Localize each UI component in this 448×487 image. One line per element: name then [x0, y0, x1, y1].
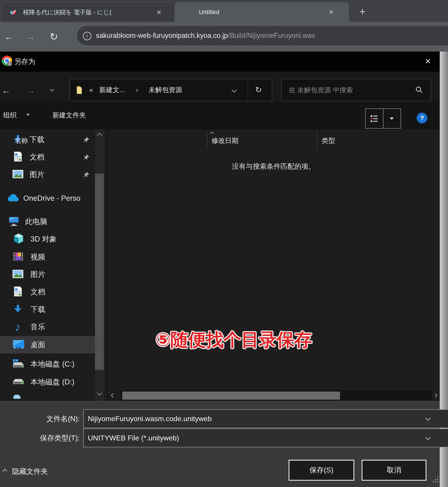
breadcrumb-divider: [248, 79, 248, 101]
sidebar-item-partial[interactable]: [0, 393, 95, 401]
desktop-icon: [13, 340, 24, 350]
search-icon: [415, 86, 423, 95]
sidebar-item-label: OneDrive - Perso: [23, 190, 94, 207]
dialog-close-icon[interactable]: ×: [421, 52, 435, 72]
sidebar-item-label: 音乐: [31, 318, 45, 335]
breadcrumb-separator-icon: ›: [136, 79, 138, 101]
filename-label: 文件名(N):: [0, 409, 80, 428]
search-box[interactable]: [281, 79, 431, 101]
sidebar-item-videos[interactable]: 视频: [0, 248, 95, 266]
breadcrumb[interactable]: « 新建文... › 未解包资源 ↻: [69, 79, 272, 101]
hide-folders-button[interactable]: 隐藏文件夹: [12, 465, 48, 477]
sidebar-item-label: 此电脑: [25, 213, 47, 230]
resize-grip[interactable]: [433, 477, 439, 483]
pin-icon[interactable]: [83, 154, 90, 161]
hscroll-right-icon[interactable]: [433, 393, 438, 398]
column-header-type[interactable]: 类型: [322, 136, 335, 145]
site-info-icon[interactable]: i: [83, 32, 91, 40]
breadcrumb-ellipsis-icon[interactable]: «: [89, 79, 93, 101]
sidebar-item-documents[interactable]: 文档: [0, 283, 95, 301]
breadcrumb-parent[interactable]: 新建文...: [99, 79, 125, 101]
sidebar-item-local-disk-d[interactable]: 本地磁盘 (D:): [0, 373, 95, 391]
videos-icon: [13, 252, 23, 262]
pictures-icon: [13, 170, 23, 179]
cube-3d-icon: [13, 233, 24, 245]
hscrollbar-thumb[interactable]: [122, 391, 340, 400]
column-header-date[interactable]: 修改日期: [211, 136, 238, 145]
view-mode-group: [365, 108, 401, 128]
sidebar-item-label: 图片: [31, 266, 45, 283]
tab-close-icon[interactable]: ×: [329, 2, 334, 22]
organize-chevron-icon: [26, 114, 30, 116]
browser-back-icon[interactable]: ←: [4, 22, 13, 52]
browser-forward-icon[interactable]: →: [26, 22, 35, 52]
url-text[interactable]: sakurabloom-web-furuyonipatch.kyoa.co.jp…: [96, 26, 445, 45]
tab-untitled[interactable]: Untitled ×: [175, 2, 349, 22]
sidebar-item-downloads-quick[interactable]: 下载: [0, 131, 95, 148]
sidebar-item-downloads[interactable]: 下载: [0, 301, 95, 318]
cancel-button[interactable]: 取消: [361, 460, 426, 481]
column-divider[interactable]: [207, 130, 208, 150]
pin-icon[interactable]: [83, 171, 90, 179]
organize-button[interactable]: 组织: [3, 101, 16, 129]
tab-title: Untitled: [199, 2, 220, 22]
refresh-icon[interactable]: ↻: [255, 79, 262, 101]
hscroll-left-icon[interactable]: [111, 393, 115, 398]
drive-icon: [13, 378, 24, 386]
document-icon: [13, 286, 22, 297]
sidebar-item-label: 桌面: [31, 336, 45, 353]
game-favicon-icon: [9, 9, 17, 17]
search-input[interactable]: [288, 81, 410, 99]
dialog-forward-icon[interactable]: →: [26, 76, 35, 105]
filetype-select[interactable]: UNITYWEB File (*.unityweb): [83, 429, 448, 447]
url-domain: sakurabloom-web-furuyonipatch.kyoa.co.jp: [96, 32, 228, 40]
sidebar-item-pictures-quick[interactable]: 图片: [0, 166, 95, 183]
pictures-icon: [13, 270, 23, 279]
sidebar-item-label: 下载: [31, 301, 45, 318]
sidebar-item-label: 本地磁盘 (C:): [31, 355, 74, 373]
tab-close-icon[interactable]: ×: [157, 2, 161, 22]
screen: 桜降る代に決闘を 電子版 - にじ( × Untitled × + ← → ↻ …: [0, 0, 448, 487]
view-dropdown-chevron-icon: [390, 117, 394, 120]
annotation-step-5: ⑤随便找个目录保存: [155, 328, 312, 352]
download-icon: [13, 304, 23, 315]
filetype-label: 保存类型(T):: [0, 429, 80, 447]
sidebar-item-music[interactable]: ♪ 音乐: [0, 318, 95, 335]
dialog-title: 另存为: [14, 52, 35, 72]
chrome-logo-icon: [2, 56, 12, 66]
sidebar-item-pictures[interactable]: 图片: [0, 266, 95, 283]
column-header-name[interactable]: 名称: [15, 136, 28, 145]
column-divider[interactable]: [317, 130, 317, 150]
new-folder-button[interactable]: 新建文件夹: [52, 101, 86, 129]
sidebar-scrollbar-thumb[interactable]: [95, 174, 104, 370]
view-mode-button[interactable]: [366, 109, 383, 128]
save-button[interactable]: 保存(S): [288, 460, 354, 481]
sidebar-item-onedrive[interactable]: OneDrive - Perso: [0, 190, 95, 207]
view-mode-dropdown[interactable]: [384, 109, 400, 128]
dialog-title-bar: [0, 52, 440, 72]
empty-folder-message: 没有与搜索条件匹配的项。: [108, 162, 440, 171]
music-note-icon: ♪: [15, 321, 21, 333]
dialog-back-icon[interactable]: ←: [2, 76, 10, 105]
sidebar-item-label: 本地磁盘 (D:): [31, 373, 74, 391]
sidebar-item-desktop[interactable]: 桌面: [0, 336, 95, 353]
sort-ascending-icon: [210, 132, 214, 136]
pin-icon[interactable]: [83, 136, 90, 144]
onedrive-icon: [6, 193, 19, 203]
sidebar-item-label: 3D 对象: [31, 230, 57, 248]
sidebar-item-label: 图片: [30, 166, 44, 183]
new-tab-button[interactable]: +: [359, 5, 366, 18]
breadcrumb-dropdown-chevron-icon[interactable]: [231, 87, 237, 93]
browser-reload-icon[interactable]: ↻: [50, 22, 58, 52]
tab-title: 桜降る代に決闘を 電子版 - にじ(: [23, 2, 149, 22]
folder-icon: [75, 85, 85, 96]
tab-game[interactable]: 桜降る代に決闘を 電子版 - にじ( ×: [1, 2, 175, 22]
help-button[interactable]: ?: [417, 113, 427, 123]
sidebar-item-3d-objects[interactable]: 3D 对象: [0, 230, 95, 248]
sidebar-item-this-pc[interactable]: 此电脑: [0, 213, 95, 230]
breadcrumb-current[interactable]: 未解包资源: [149, 79, 182, 101]
dialog-main-area: 下载 文档 图片 OneDrive - Perso: [0, 129, 440, 401]
sidebar-item-local-disk-c[interactable]: 本地磁盘 (C:): [0, 355, 95, 373]
filename-input[interactable]: [83, 409, 448, 428]
sidebar-item-documents-quick[interactable]: 文档: [0, 148, 95, 166]
